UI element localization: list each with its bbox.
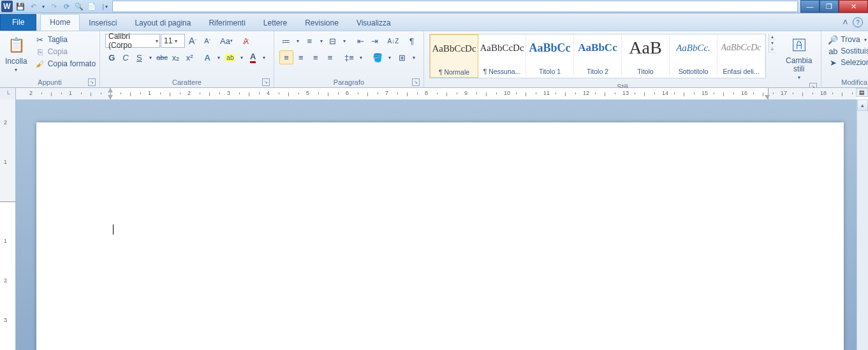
underline-button[interactable]: S xyxy=(133,50,146,64)
save-icon[interactable]: 💾 xyxy=(15,1,26,11)
style-item[interactable]: AaBbCcTitolo 1 xyxy=(526,34,574,77)
copy-button[interactable]: ⎘Copia xyxy=(33,46,98,57)
style-item[interactable]: AaBbCcTitolo 2 xyxy=(574,34,622,77)
gallery-up-icon[interactable]: ▴ xyxy=(769,34,776,40)
justify-button[interactable]: ≡ xyxy=(323,50,337,64)
shading-button[interactable]: 🪣 xyxy=(371,50,385,64)
sync-icon[interactable]: ⟳ xyxy=(61,1,71,11)
align-right-button[interactable]: ≡ xyxy=(309,50,323,64)
bold-button[interactable]: G xyxy=(105,50,119,64)
qat-dropdown-icon[interactable]: ▾ xyxy=(41,1,46,11)
horizontal-ruler[interactable]: 2112345678910111213141516171819 xyxy=(16,88,856,100)
maximize-button[interactable]: ❐ xyxy=(820,0,839,13)
help-icon[interactable]: ? xyxy=(853,17,863,27)
change-styles-button[interactable]: 🄰 Cambia stili ▾ xyxy=(782,34,816,82)
close-button[interactable]: ✕ xyxy=(839,0,868,13)
clipboard-launcher-icon[interactable]: ↘ xyxy=(88,78,96,86)
line-spacing-button[interactable]: ‡≡ xyxy=(342,50,357,64)
minimize-button[interactable]: — xyxy=(800,0,820,13)
scroll-track[interactable] xyxy=(857,111,868,350)
ruler-tick: 1 xyxy=(4,238,7,244)
font-name-box[interactable]: Calibri (Corpo▾ xyxy=(105,34,160,48)
font-color-button[interactable]: A xyxy=(246,50,260,64)
tab-insert[interactable]: Inserisci xyxy=(80,15,126,31)
tab-home[interactable]: Home xyxy=(40,14,80,31)
font-size-box[interactable]: 11▾ xyxy=(161,34,185,48)
ruler-tick: 2 xyxy=(4,277,7,284)
vertical-scrollbar[interactable]: ▴ xyxy=(857,99,868,350)
ribbon-minimize-icon[interactable]: ᐱ xyxy=(843,18,848,26)
vertical-ruler[interactable]: 21123456 xyxy=(0,99,16,350)
ruler-tick: 1 xyxy=(4,159,7,165)
borders-dropdown[interactable]: ▾ xyxy=(409,50,418,64)
highlight-dropdown[interactable]: ▾ xyxy=(237,50,246,64)
group-styles: AaBbCcDc¶ NormaleAaBbCcDc¶ Nessuna...AaB… xyxy=(424,31,821,87)
gallery-more-icon[interactable]: ≡ xyxy=(769,47,776,53)
gallery-down-icon[interactable]: ▾ xyxy=(769,40,776,47)
numbering-button[interactable]: ≡ xyxy=(303,34,316,48)
new-doc-icon[interactable]: 📄 xyxy=(87,1,97,11)
tab-references[interactable]: Riferimenti xyxy=(200,15,254,31)
ruler-tick: 18 xyxy=(820,90,827,96)
ruler-toggle-icon[interactable]: ▤ xyxy=(856,88,868,97)
subscript-button[interactable]: x₂ xyxy=(169,50,182,64)
paragraph-launcher-icon[interactable]: ↘ xyxy=(412,78,420,86)
scroll-up-icon[interactable]: ▴ xyxy=(857,99,868,111)
clipboard-group-label: Appunti↘ xyxy=(3,78,97,87)
format-painter-button[interactable]: 🖌Copia formato xyxy=(33,58,98,69)
replace-button[interactable]: abSostituisci xyxy=(825,45,868,57)
style-item[interactable]: AaBbCcDcEnfasi deli... xyxy=(717,34,765,77)
ruler-tick: 1 xyxy=(148,90,151,96)
italic-button[interactable]: C xyxy=(119,50,133,64)
font-color-dropdown[interactable]: ▾ xyxy=(260,50,268,64)
line-spacing-dropdown[interactable]: ▾ xyxy=(357,50,365,64)
superscript-button[interactable]: x² xyxy=(183,50,196,64)
tab-file[interactable]: File xyxy=(0,14,36,31)
select-button[interactable]: ➤Seleziona▾ xyxy=(825,57,868,68)
tab-view[interactable]: Visualizza xyxy=(348,15,400,31)
document-canvas[interactable] xyxy=(16,99,857,350)
borders-button[interactable]: ⊞ xyxy=(395,50,409,64)
redo-icon[interactable]: ↷ xyxy=(48,1,59,11)
clear-formatting-button[interactable]: A̷ xyxy=(239,34,253,48)
word-app-icon[interactable]: W xyxy=(1,1,13,12)
tab-mailings[interactable]: Lettere xyxy=(254,15,296,31)
style-item[interactable]: AaBbCcDc¶ Nessuna... xyxy=(478,34,526,77)
style-item[interactable]: AaBbCcDc¶ Normale xyxy=(430,34,478,78)
text-effects-button[interactable]: A xyxy=(201,50,214,64)
undo-icon[interactable]: ↶ xyxy=(28,1,38,11)
multilevel-dropdown[interactable]: ▾ xyxy=(341,34,349,48)
multilevel-button[interactable]: ⊟ xyxy=(326,34,339,48)
style-item[interactable]: AaBbCc.Sottotitolo xyxy=(670,34,717,77)
page[interactable] xyxy=(36,122,844,350)
strikethrough-button[interactable]: abc xyxy=(156,50,169,64)
font-launcher-icon[interactable]: ↘ xyxy=(262,78,270,86)
text-effects-dropdown[interactable]: ▾ xyxy=(215,50,223,64)
align-center-button[interactable]: ≡ xyxy=(294,50,308,64)
shrink-font-button[interactable]: Aˇ xyxy=(200,34,214,48)
grow-font-button[interactable]: Aˆ xyxy=(186,34,200,48)
style-name-label: Enfasi deli... xyxy=(723,68,759,75)
document-workarea: 21123456 ▴ xyxy=(0,99,868,350)
find-button[interactable]: 🔎Trova▾ xyxy=(825,34,868,45)
highlight-button[interactable]: ab xyxy=(224,50,237,64)
sort-button[interactable]: A↓Z xyxy=(386,34,400,48)
bullets-button[interactable]: ≔ xyxy=(279,34,293,48)
shading-dropdown[interactable]: ▾ xyxy=(385,50,394,64)
qat-customize-icon[interactable]: │▾ xyxy=(99,1,110,11)
show-marks-button[interactable]: ¶ xyxy=(405,34,418,48)
tab-layout[interactable]: Layout di pagina xyxy=(126,15,200,31)
increase-indent-button[interactable]: ⇥ xyxy=(368,34,381,48)
tab-review[interactable]: Revisione xyxy=(296,15,348,31)
decrease-indent-button[interactable]: ⇤ xyxy=(354,34,367,48)
align-left-button[interactable]: ≡ xyxy=(279,50,293,64)
numbering-dropdown[interactable]: ▾ xyxy=(317,34,326,48)
cut-button[interactable]: ✂Taglia xyxy=(33,34,98,45)
bullets-dropdown[interactable]: ▾ xyxy=(293,34,302,48)
ruler-corner[interactable]: └ xyxy=(0,88,16,100)
touch-mode-icon[interactable]: 🔍 xyxy=(74,1,84,11)
style-item[interactable]: AaBTitolo xyxy=(622,34,670,77)
change-case-button[interactable]: Aa▾ xyxy=(219,34,233,48)
paste-button[interactable]: 📋 Incolla ▾ xyxy=(3,34,30,74)
underline-dropdown[interactable]: ▾ xyxy=(147,50,155,64)
